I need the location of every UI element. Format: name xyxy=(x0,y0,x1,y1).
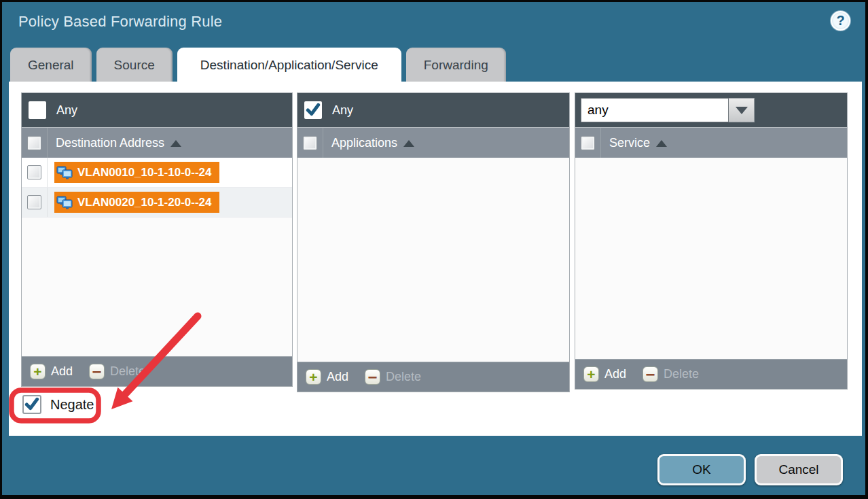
plus-icon: + xyxy=(583,366,599,382)
applications-header-label: Applications xyxy=(331,136,397,150)
applications-column: Any Applications + Add − Delete xyxy=(297,92,570,392)
minus-icon: − xyxy=(365,369,380,385)
applications-add-button[interactable]: + Add xyxy=(306,369,348,385)
service-column: any Service + Add − Delete xyxy=(575,92,848,390)
negate-label: Negate xyxy=(50,397,94,413)
add-button-label: Add xyxy=(604,367,626,381)
delete-button-label: Delete xyxy=(110,364,145,379)
destination-select-all-checkbox[interactable] xyxy=(27,136,41,150)
tab-content-panel: Any Destination Address xyxy=(9,82,862,436)
minus-icon: − xyxy=(643,366,658,382)
tab-destination-application-service[interactable]: Destination/Application/Service xyxy=(177,48,401,82)
destination-any-bar: Any xyxy=(22,93,292,127)
service-add-button[interactable]: + Add xyxy=(583,366,626,382)
service-footer: + Add − Delete xyxy=(575,359,847,389)
tab-bar: General Source Destination/Application/S… xyxy=(10,48,506,82)
destination-address-column: Any Destination Address xyxy=(21,92,293,387)
service-list xyxy=(575,158,847,359)
destination-column-header: Destination Address xyxy=(22,127,292,158)
cancel-button[interactable]: Cancel xyxy=(755,454,843,485)
tab-forwarding[interactable]: Forwarding xyxy=(406,48,506,82)
applications-footer: + Add − Delete xyxy=(297,362,569,392)
applications-delete-button[interactable]: − Delete xyxy=(365,369,421,385)
address-object-chip[interactable]: VLAN0020_10-1-20-0--24 xyxy=(54,192,219,213)
minus-icon: − xyxy=(89,364,105,379)
destination-row-checkbox[interactable] xyxy=(27,195,41,209)
service-header-label: Service xyxy=(609,136,650,150)
tab-source[interactable]: Source xyxy=(96,48,173,82)
destination-any-checkbox[interactable] xyxy=(29,101,46,119)
sort-ascending-icon[interactable] xyxy=(656,140,667,147)
sort-ascending-icon[interactable] xyxy=(170,140,181,147)
service-select-all-checkbox[interactable] xyxy=(581,136,595,150)
destination-list: VLAN0010_10-1-10-0--24 xyxy=(22,158,292,356)
applications-list xyxy=(297,158,569,362)
network-icon xyxy=(56,165,73,180)
destination-row[interactable]: VLAN0010_10-1-10-0--24 xyxy=(22,158,292,188)
plus-icon: + xyxy=(30,364,46,379)
service-column-header: Service xyxy=(575,127,847,158)
sort-ascending-icon[interactable] xyxy=(403,140,414,147)
negate-checkbox[interactable] xyxy=(22,395,41,414)
delete-button-label: Delete xyxy=(664,367,699,381)
checkmark-icon xyxy=(24,397,39,412)
pbf-rule-dialog: Policy Based Forwarding Rule ? General S… xyxy=(0,0,868,499)
service-dropdown: any xyxy=(581,98,755,122)
destination-delete-button[interactable]: − Delete xyxy=(89,364,145,379)
service-delete-button[interactable]: − Delete xyxy=(643,366,699,382)
chevron-down-icon xyxy=(736,107,748,114)
applications-column-header: Applications xyxy=(297,127,569,158)
help-icon[interactable]: ? xyxy=(831,11,850,31)
ok-button[interactable]: OK xyxy=(657,454,746,485)
page-title: Policy Based Forwarding Rule xyxy=(18,13,222,31)
address-object-label: VLAN0010_10-1-10-0--24 xyxy=(77,166,212,179)
add-button-label: Add xyxy=(327,370,348,384)
tab-general[interactable]: General xyxy=(10,48,92,82)
negate-control: Negate xyxy=(22,395,94,414)
applications-any-bar: Any xyxy=(297,93,569,127)
service-dropdown-button[interactable] xyxy=(729,98,755,122)
destination-footer: + Add − Delete xyxy=(22,356,292,386)
checkmark-icon xyxy=(306,103,321,118)
service-dropdown-bar: any xyxy=(575,93,847,127)
applications-any-label: Any xyxy=(332,103,353,118)
service-dropdown-value[interactable]: any xyxy=(581,98,729,122)
destination-any-label: Any xyxy=(56,103,77,118)
network-icon xyxy=(56,195,73,210)
destination-header-label: Destination Address xyxy=(56,136,164,150)
applications-any-checkbox[interactable] xyxy=(304,101,322,119)
destination-row-checkbox[interactable] xyxy=(27,165,41,179)
applications-select-all-checkbox[interactable] xyxy=(303,136,317,150)
add-button-label: Add xyxy=(51,364,73,379)
destination-row[interactable]: VLAN0020_10-1-20-0--24 xyxy=(22,188,292,218)
delete-button-label: Delete xyxy=(386,370,421,384)
address-object-chip[interactable]: VLAN0010_10-1-10-0--24 xyxy=(54,162,219,183)
destination-add-button[interactable]: + Add xyxy=(30,364,73,379)
plus-icon: + xyxy=(306,369,321,385)
address-object-label: VLAN0020_10-1-20-0--24 xyxy=(77,196,212,209)
